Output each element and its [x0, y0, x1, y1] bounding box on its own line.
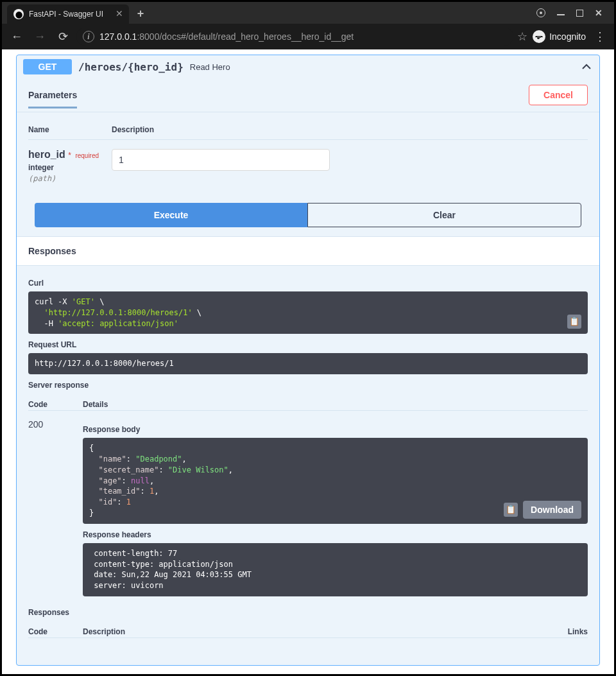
col-name-header: Name — [28, 125, 112, 134]
tab-title: FastAPI - Swagger UI — [29, 10, 103, 19]
status-code: 200 — [28, 419, 43, 429]
curl-label: Curl — [28, 279, 588, 288]
response-row-200: 200 Response body { "name": "Deadpond", … — [28, 419, 588, 596]
tab-favicon: ⬤ — [13, 9, 24, 19]
param-location: (path) — [28, 174, 56, 183]
method-badge: GET — [23, 59, 72, 74]
parameters-title: Parameters — [28, 90, 77, 108]
response-headers-label: Response headers — [83, 530, 588, 539]
incognito-label: Incognito — [549, 31, 586, 42]
incognito-indicator[interactable]: Incognito — [530, 30, 588, 43]
request-url-label: Request URL — [28, 340, 588, 349]
request-url-code: http://127.0.0.1:8000/heroes/1 — [28, 353, 588, 374]
response-headers-code: content-length: 77 content-type: applica… — [83, 543, 588, 596]
address-bar[interactable]: i 127.0.0.1:8000/docs#/default/read_hero… — [76, 28, 513, 46]
code-col-header2: Code — [28, 627, 83, 636]
download-button[interactable]: Download — [523, 501, 581, 519]
details-col-header: Details — [83, 400, 108, 409]
new-tab-button[interactable]: + — [133, 6, 148, 21]
window-controls: ✕ — [536, 2, 614, 24]
curl-code: curl -X 'GET' \ 'http://127.0.0.1:8000/h… — [28, 291, 588, 334]
param-type: integer — [28, 163, 112, 172]
copy-icon[interactable]: 📋 — [567, 315, 581, 329]
server-response-label: Server response — [28, 381, 588, 390]
cancel-button[interactable]: Cancel — [529, 85, 588, 105]
responses-header: Responses — [17, 236, 599, 266]
browser-toolbar: ← → ⟳ i 127.0.0.1:8000/docs#/default/rea… — [2, 24, 614, 49]
browser-titlebar: ⬤ FastAPI - Swagger UI ✕ + ✕ — [2, 2, 614, 24]
chevron-up-icon[interactable] — [580, 60, 593, 73]
operation-path: /heroes/{hero_id} — [78, 61, 184, 73]
param-row-hero-id: hero_id * required integer (path) — [28, 140, 588, 184]
back-button[interactable]: ← — [7, 27, 26, 46]
bookmark-star-icon[interactable]: ☆ — [517, 30, 527, 44]
url-host: 127.0.0.1 — [99, 31, 137, 42]
window-close-icon[interactable]: ✕ — [595, 8, 603, 18]
col-description-header: Description — [112, 125, 154, 134]
required-label: required — [74, 152, 99, 159]
required-star-icon: * — [68, 151, 71, 160]
window-share-icon[interactable] — [536, 8, 545, 17]
window-maximize-icon[interactable] — [576, 10, 583, 17]
page-viewport[interactable]: GET /heroes/{hero_id} Read Hero Paramete… — [2, 49, 614, 674]
param-name: hero_id — [28, 149, 65, 160]
incognito-icon — [533, 30, 545, 43]
parameters-header: Parameters Cancel — [17, 78, 599, 112]
url-path: :8000/docs#/default/read_hero_heroes__he… — [137, 31, 354, 42]
responses-subheader: Responses — [28, 608, 588, 617]
parameters-table: Name Description hero_id * required inte… — [17, 112, 599, 203]
execute-row: Execute Clear — [17, 203, 599, 236]
forward-button[interactable]: → — [30, 27, 49, 46]
clear-button[interactable]: Clear — [307, 203, 581, 227]
links-col-header: Links — [533, 627, 588, 636]
execute-button[interactable]: Execute — [35, 203, 307, 227]
menu-dots-icon[interactable]: ⋮ — [591, 30, 609, 44]
copy-icon[interactable]: 📋 — [504, 503, 518, 517]
reload-button[interactable]: ⟳ — [53, 27, 73, 46]
browser-tab[interactable]: ⬤ FastAPI - Swagger UI ✕ — [7, 4, 129, 24]
opblock-get-read-hero: GET /heroes/{hero_id} Read Hero Paramete… — [16, 55, 600, 666]
response-body-code: { "name": "Deadpond", "secret_name": "Di… — [83, 438, 588, 524]
hero-id-input[interactable] — [112, 149, 330, 171]
window-minimize-icon[interactable] — [557, 10, 565, 15]
close-icon[interactable]: ✕ — [115, 9, 124, 18]
operation-summary[interactable]: GET /heroes/{hero_id} Read Hero — [17, 55, 599, 78]
description-col-header: Description — [83, 627, 533, 636]
response-body-label: Response body — [83, 425, 588, 434]
site-info-icon[interactable]: i — [83, 31, 94, 42]
code-col-header: Code — [28, 400, 83, 409]
operation-description: Read Hero — [190, 62, 230, 72]
